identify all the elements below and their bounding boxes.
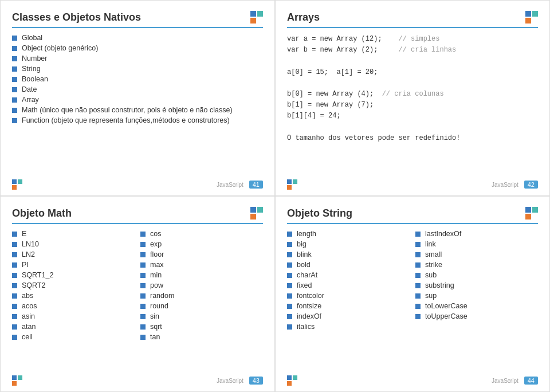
list-item: Boolean (12, 75, 263, 83)
list-item: ceil (12, 333, 135, 341)
panel3-title: Objeto Math (12, 207, 72, 219)
footer-right: JavaScript 43 (217, 377, 263, 385)
list-item: big (287, 240, 410, 248)
panel4-title: Objeto String (287, 207, 352, 219)
bullet-icon (12, 77, 17, 82)
list-item: blink (287, 250, 410, 258)
list-item: E (12, 230, 135, 238)
badge: 44 (524, 377, 538, 385)
badge: 42 (524, 181, 538, 189)
list-item: floor (140, 250, 263, 258)
sq2 (257, 11, 263, 17)
panel3-header: Objeto Math (12, 207, 263, 224)
list-item: random (140, 292, 263, 300)
panel4-icon (525, 207, 538, 219)
footer-icon (12, 375, 22, 386)
list-item: cos (140, 230, 263, 238)
bullet-icon (12, 108, 17, 113)
panel1-header: Classes e Objetos Nativos (12, 11, 263, 28)
list-item: small (415, 250, 538, 258)
main-grid: Classes e Objetos Nativos Global Object … (0, 0, 550, 392)
list-item: italics (287, 323, 410, 331)
list-item: indexOf (287, 312, 410, 320)
list-item: Object (objeto genérico) (12, 44, 263, 52)
list-item: abs (12, 292, 135, 300)
list-item: Global (12, 34, 263, 42)
footer-icon (12, 179, 22, 190)
list-item: exp (140, 240, 263, 248)
sq1 (250, 11, 256, 17)
math-col1: E LN10 LN2 PI SQRT1_2 SQRT2 abs acos asi… (12, 230, 135, 343)
code-block: var a = new Array (12); // simples var b… (287, 34, 538, 144)
footer-left (12, 375, 22, 386)
list-item: bold (287, 261, 410, 269)
panel-classes: Classes e Objetos Nativos Global Object … (0, 0, 275, 196)
panel3-content: E LN10 LN2 PI SQRT1_2 SQRT2 abs acos asi… (12, 230, 263, 343)
panel-string: Objeto String length big blink bold char… (275, 196, 550, 392)
list-item: Function (objeto que representa funções,… (12, 116, 263, 124)
list-item: SQRT2 (12, 281, 135, 289)
list-item: sqrt (140, 323, 263, 331)
badge: 41 (249, 181, 263, 189)
list-item: max (140, 261, 263, 269)
panel-math: Objeto Math E LN10 LN2 PI SQRT1_2 SQRT2 … (0, 196, 275, 392)
list-item: link (415, 240, 538, 248)
list-item: fixed (287, 281, 410, 289)
panel3-footer: JavaScript 43 (12, 375, 263, 386)
list-item: asin (12, 312, 135, 320)
list-item: SQRT1_2 (12, 271, 135, 279)
bullet-icon (12, 118, 17, 123)
footer-icon (287, 179, 297, 190)
list-item: toUpperCase (415, 312, 538, 320)
badge: 43 (249, 377, 263, 385)
code-line: var b = new Array (2); // cria linhas (287, 45, 538, 56)
string-columns: length big blink bold charAt fixed fontc… (287, 230, 538, 333)
list-item: atan (12, 323, 135, 331)
footer-right: JavaScript 41 (217, 181, 263, 189)
sq4 (257, 18, 263, 23)
list-item: round (140, 302, 263, 310)
list-item: LN10 (12, 240, 135, 248)
bullet-icon (12, 56, 17, 61)
math-columns: E LN10 LN2 PI SQRT1_2 SQRT2 abs acos asi… (12, 230, 263, 343)
math-col2: cos exp floor max min pow random round s… (140, 230, 263, 343)
code-line: O tamanho dos vetores pode ser redefinid… (287, 133, 538, 144)
panel4-header: Objeto String (287, 207, 538, 224)
panel2-footer: JavaScript 42 (287, 179, 538, 190)
panel1-content: Global Object (objeto genérico) Number S… (12, 34, 263, 124)
list-item: charAt (287, 271, 410, 279)
list-item: tan (140, 333, 263, 341)
panel1-footer: JavaScript 41 (12, 179, 263, 190)
list-item: substring (415, 281, 538, 289)
code-line: b[1][4] = 24; (287, 111, 538, 121)
bullet-icon (12, 97, 17, 103)
panel2-header: Arrays (287, 11, 538, 28)
panel2-content: var a = new Array (12); // simples var b… (287, 34, 538, 144)
list-item: toLowerCase (415, 302, 538, 310)
code-line: a[0] = 15; a[1] = 20; (287, 67, 538, 78)
list-item: Number (12, 54, 263, 62)
string-col2: lastIndexOf link small strike sub substr… (415, 230, 538, 333)
list-item: String (12, 65, 263, 73)
footer-right: JavaScript 44 (492, 377, 538, 385)
panel1-title: Classes e Objetos Nativos (12, 11, 141, 23)
list-item: fontcolor (287, 292, 410, 300)
list-item: sub (415, 271, 538, 279)
list-item: acos (12, 302, 135, 310)
list-item: Date (12, 85, 263, 93)
list-item: PI (12, 261, 135, 269)
bullet-icon (12, 46, 17, 51)
panel-arrays: Arrays var a = new Array (12); // simple… (275, 0, 550, 196)
list-item: Math (único que não possui construtor, p… (12, 106, 263, 114)
bullet-icon (12, 36, 17, 41)
list-item: pow (140, 281, 263, 289)
list-item: LN2 (12, 250, 135, 258)
code-line: var a = new Array (12); // simples (287, 34, 538, 45)
list-item: sup (415, 292, 538, 300)
panel2-icon (525, 11, 538, 23)
panel4-content: length big blink bold charAt fixed fontc… (287, 230, 538, 333)
list-item: fontsize (287, 302, 410, 310)
footer-left (287, 179, 297, 190)
bullet-icon (12, 66, 17, 72)
panel1-icon (250, 11, 263, 23)
